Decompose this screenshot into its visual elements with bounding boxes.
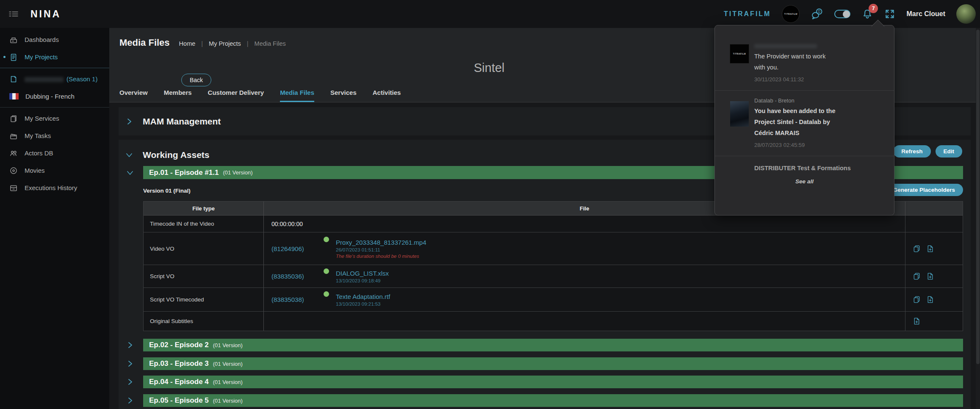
chevron-down-icon[interactable] bbox=[125, 151, 133, 159]
notification-item[interactable]: TITRAFILM The Provider want to work with… bbox=[715, 25, 894, 91]
working-assets-header[interactable]: Working Assets bbox=[125, 150, 210, 160]
user-name: Marc Clouet bbox=[906, 10, 945, 18]
status-dot bbox=[324, 268, 329, 274]
add-file-icon[interactable] bbox=[926, 296, 934, 304]
notification-item[interactable]: DISTRIBUTER Test & Formations bbox=[715, 156, 894, 174]
scrollbar-thumb[interactable] bbox=[976, 30, 980, 364]
episode-name: Ep.05 - Episode 5 bbox=[149, 396, 209, 405]
chevron-right-icon[interactable] bbox=[126, 396, 134, 405]
file-link[interactable]: DIALOG_LIST.xlsx bbox=[336, 270, 389, 277]
episode-version-note: (01 Version) bbox=[213, 342, 243, 348]
sidebar-item-my-projects[interactable]: My Projects bbox=[0, 48, 109, 66]
file-id-link[interactable]: (83835036) bbox=[271, 273, 316, 280]
tab-members[interactable]: Members bbox=[164, 89, 192, 102]
episode-name: Ep.04 - Episode 4 bbox=[149, 378, 209, 386]
sidebar-item-label: Executions History bbox=[25, 184, 77, 191]
notifications-bell-icon[interactable]: 7 bbox=[861, 8, 873, 20]
sidebar-item-dashboards[interactable]: Dashboards bbox=[0, 31, 109, 48]
table-row-video-vo: Video VO (81264906) Proxy_2033348_813372… bbox=[144, 232, 963, 265]
breadcrumb: Home | My Projects | Media Files bbox=[179, 40, 286, 47]
tab-customer-delivery[interactable]: Customer Delivery bbox=[208, 89, 264, 102]
file-id-link[interactable]: (81264906) bbox=[271, 245, 316, 252]
chevron-right-icon[interactable] bbox=[126, 378, 134, 386]
sidebar-item-movies[interactable]: Movies bbox=[0, 162, 109, 179]
timecode-value: 00:00:00:00 bbox=[264, 221, 303, 227]
theme-toggle[interactable] bbox=[834, 10, 850, 18]
see-all-link[interactable]: See all bbox=[715, 174, 894, 189]
episode-row-5[interactable]: Ep.05 - Episode 5 (01 Version) bbox=[126, 394, 963, 407]
sidebar-item-label: Movies bbox=[25, 167, 45, 174]
messages-icon[interactable]: 0 bbox=[811, 8, 823, 20]
sidebar-item-actors-db[interactable]: Actors DB bbox=[0, 144, 109, 162]
breadcrumb-home[interactable]: Home bbox=[179, 40, 196, 47]
notifications-panel: TITRAFILM The Provider want to work with… bbox=[714, 25, 894, 216]
tab-overview[interactable]: Overview bbox=[119, 89, 148, 102]
sidebar-item-executions-history[interactable]: Executions History bbox=[0, 179, 109, 196]
toggle-knob bbox=[843, 11, 850, 18]
episode-row-2[interactable]: Ep.02 - Episode 2 (01 Version) bbox=[126, 339, 963, 351]
version-label: Version 01 (Final) bbox=[143, 188, 191, 194]
episode-row-3[interactable]: Ep.03 - Episode 3 (01 Version) bbox=[126, 357, 963, 370]
notification-item[interactable]: Datalab - Breton You have been added to … bbox=[715, 91, 894, 156]
project-note-icon bbox=[9, 75, 18, 83]
top-bar: NINA TITRAFILM TITRAFILM 0 bbox=[0, 0, 980, 28]
chevron-right-icon[interactable] bbox=[126, 359, 134, 368]
notifications-badge: 7 bbox=[869, 4, 878, 13]
projects-icon bbox=[9, 53, 18, 61]
tab-activities[interactable]: Activities bbox=[373, 89, 401, 102]
french-flag-icon bbox=[9, 93, 19, 99]
tab-services[interactable]: Services bbox=[330, 89, 357, 102]
file-type-cell: Script VO bbox=[144, 265, 264, 287]
generate-placeholders-button[interactable]: Generate Placeholders bbox=[885, 184, 963, 196]
brand-logo: TITRAFILM bbox=[782, 5, 800, 23]
fullscreen-icon[interactable] bbox=[884, 8, 895, 19]
notification-subtitle: Datalab - Breton bbox=[754, 97, 842, 104]
notification-thumbnail-titrafilm: TITRAFILM bbox=[730, 44, 749, 64]
page-title: Media Files bbox=[119, 37, 170, 48]
episode-banner[interactable]: Ep.02 - Episode 2 (01 Version) bbox=[143, 339, 963, 351]
sidebar-item-my-tasks[interactable]: My Tasks bbox=[0, 127, 109, 144]
copy-file-icon[interactable] bbox=[913, 245, 921, 253]
tab-media-files[interactable]: Media Files bbox=[280, 89, 314, 102]
notification-date: 30/11/2023 04:11:32 bbox=[754, 76, 830, 83]
sidebar-divider bbox=[0, 68, 109, 68]
add-file-icon[interactable] bbox=[926, 272, 934, 280]
file-date: 26/07/2023 01:51:11 bbox=[336, 247, 426, 252]
brand-name: TITRAFILM bbox=[724, 10, 771, 18]
file-link[interactable]: Texte Adaptation.rtf bbox=[336, 293, 390, 300]
file-date: 13/10/2023 09:18:49 bbox=[336, 278, 389, 283]
copy-file-icon[interactable] bbox=[913, 272, 921, 280]
episode-banner[interactable]: Ep.03 - Episode 3 (01 Version) bbox=[143, 357, 963, 370]
file-type-cell: Script VO Timecoded bbox=[144, 288, 264, 311]
episode-name: Ep.03 - Episode 3 bbox=[149, 359, 209, 368]
add-file-icon[interactable] bbox=[913, 317, 921, 325]
vertical-scrollbar[interactable] bbox=[976, 28, 980, 409]
back-button[interactable]: Back bbox=[181, 74, 211, 86]
menu-list-icon[interactable] bbox=[8, 8, 19, 20]
episode-version-note: (01 Version) bbox=[213, 379, 243, 385]
tab-bar: Overview Members Customer Delivery Media… bbox=[119, 89, 401, 102]
breadcrumb-separator: | bbox=[201, 40, 203, 47]
episode-banner[interactable]: Ep.05 - Episode 5 (01 Version) bbox=[143, 394, 963, 407]
episode-version-note: (01 Version) bbox=[223, 169, 252, 176]
chevron-down-icon[interactable] bbox=[126, 169, 134, 177]
messages-badge: 0 bbox=[818, 9, 821, 14]
chevron-right-icon[interactable] bbox=[125, 117, 133, 126]
add-file-icon[interactable] bbox=[926, 245, 934, 253]
file-id-link[interactable]: (83835038) bbox=[271, 296, 316, 303]
sidebar-item-project-season-1[interactable]: (Season 1) bbox=[0, 70, 109, 88]
episode-banner[interactable]: Ep.04 - Episode 4 (01 Version) bbox=[143, 376, 963, 388]
file-link[interactable]: Proxy_2033348_81337261.mp4 bbox=[336, 239, 426, 246]
breadcrumb-my-projects[interactable]: My Projects bbox=[209, 40, 241, 47]
refresh-button[interactable]: Refresh bbox=[893, 145, 930, 158]
sidebar-item-dubbing-french[interactable]: Dubbing - French bbox=[0, 88, 109, 105]
episode-row-4[interactable]: Ep.04 - Episode 4 (01 Version) bbox=[126, 376, 963, 388]
edit-button[interactable]: Edit bbox=[936, 145, 963, 158]
user-avatar[interactable] bbox=[956, 4, 976, 24]
episode-name: Ep.01 - Episode #1.1 bbox=[149, 169, 219, 177]
sidebar-item-my-services[interactable]: My Services bbox=[0, 110, 109, 127]
copy-file-icon[interactable] bbox=[913, 296, 921, 304]
chevron-right-icon[interactable] bbox=[126, 341, 134, 349]
table-row-script-vo-timecoded: Script VO Timecoded (83835038) Texte Ada… bbox=[144, 288, 963, 312]
media-files-table: File type File Timecode IN of the Video … bbox=[143, 201, 963, 331]
